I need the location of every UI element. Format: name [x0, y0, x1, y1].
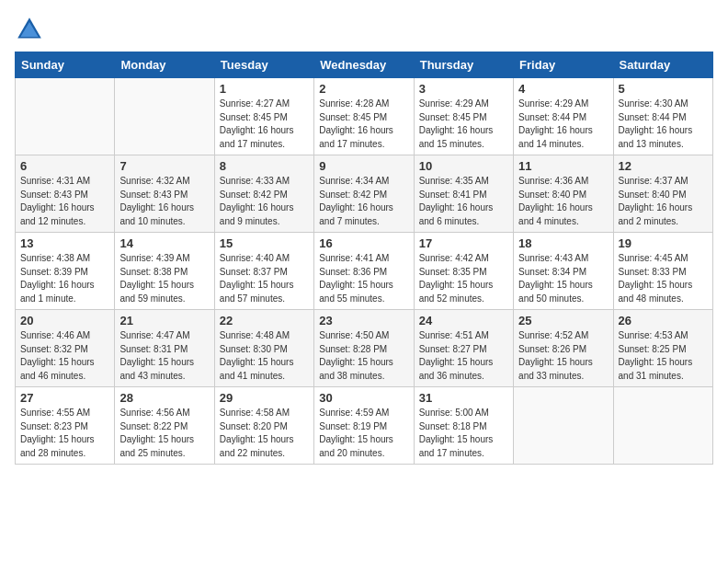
calendar-cell: 6Sunrise: 4:31 AM Sunset: 8:43 PM Daylig… — [16, 155, 115, 233]
day-number: 20 — [20, 314, 109, 327]
day-number: 28 — [119, 391, 209, 405]
calendar-cell: 13Sunrise: 4:38 AM Sunset: 8:39 PM Dayli… — [16, 233, 115, 310]
calendar-cell: 29Sunrise: 4:58 AM Sunset: 8:20 PM Dayli… — [214, 387, 313, 465]
day-number: 30 — [319, 391, 408, 405]
weekday-header: Saturday — [613, 52, 712, 78]
calendar-cell: 12Sunrise: 4:37 AM Sunset: 8:40 PM Dayli… — [613, 155, 712, 233]
day-number: 9 — [319, 159, 408, 173]
day-info: Sunrise: 4:53 AM Sunset: 8:25 PM Dayligh… — [619, 329, 708, 383]
weekday-header: Tuesday — [214, 52, 313, 78]
day-info: Sunrise: 4:32 AM Sunset: 8:43 PM Dayligh… — [119, 175, 209, 228]
day-number: 5 — [619, 82, 708, 96]
day-info: Sunrise: 4:29 AM Sunset: 8:44 PM Dayligh… — [518, 98, 608, 151]
calendar-cell: 31Sunrise: 5:00 AM Sunset: 8:18 PM Dayli… — [414, 387, 513, 465]
day-number: 26 — [619, 314, 708, 327]
calendar-cell: 28Sunrise: 4:56 AM Sunset: 8:22 PM Dayli… — [115, 387, 214, 465]
day-number: 24 — [419, 314, 508, 327]
calendar-week-row: 1Sunrise: 4:27 AM Sunset: 8:45 PM Daylig… — [16, 78, 713, 155]
day-info: Sunrise: 4:35 AM Sunset: 8:41 PM Dayligh… — [419, 175, 508, 228]
day-info: Sunrise: 4:47 AM Sunset: 8:31 PM Dayligh… — [119, 329, 209, 383]
day-number: 21 — [119, 314, 209, 327]
weekday-header: Sunday — [16, 52, 115, 78]
day-number: 19 — [619, 236, 708, 250]
day-number: 14 — [119, 236, 209, 250]
day-info: Sunrise: 4:27 AM Sunset: 8:45 PM Dayligh… — [220, 98, 309, 151]
day-number: 13 — [20, 236, 109, 250]
day-info: Sunrise: 4:40 AM Sunset: 8:37 PM Dayligh… — [220, 252, 309, 305]
calendar-cell: 23Sunrise: 4:50 AM Sunset: 8:28 PM Dayli… — [314, 310, 414, 387]
day-number: 17 — [419, 236, 508, 250]
day-info: Sunrise: 4:55 AM Sunset: 8:23 PM Dayligh… — [20, 407, 109, 460]
day-number: 2 — [319, 82, 408, 96]
day-info: Sunrise: 4:33 AM Sunset: 8:42 PM Dayligh… — [220, 175, 309, 228]
day-number: 29 — [220, 391, 309, 405]
day-info: Sunrise: 4:29 AM Sunset: 8:45 PM Dayligh… — [419, 98, 508, 151]
weekday-header: Wednesday — [314, 52, 414, 78]
calendar-cell: 25Sunrise: 4:52 AM Sunset: 8:26 PM Dayli… — [514, 310, 613, 387]
logo — [15, 15, 48, 44]
day-number: 16 — [319, 236, 408, 250]
calendar-cell: 3Sunrise: 4:29 AM Sunset: 8:45 PM Daylig… — [414, 78, 513, 155]
calendar-week-row: 27Sunrise: 4:55 AM Sunset: 8:23 PM Dayli… — [16, 387, 713, 465]
day-number: 4 — [518, 82, 608, 96]
calendar-cell: 24Sunrise: 4:51 AM Sunset: 8:27 PM Dayli… — [414, 310, 513, 387]
day-info: Sunrise: 4:30 AM Sunset: 8:44 PM Dayligh… — [619, 98, 708, 151]
calendar-cell: 17Sunrise: 4:42 AM Sunset: 8:35 PM Dayli… — [414, 233, 513, 310]
day-info: Sunrise: 4:39 AM Sunset: 8:38 PM Dayligh… — [119, 252, 209, 305]
calendar-cell: 4Sunrise: 4:29 AM Sunset: 8:44 PM Daylig… — [514, 78, 613, 155]
calendar-cell: 9Sunrise: 4:34 AM Sunset: 8:42 PM Daylig… — [314, 155, 414, 233]
calendar-week-row: 13Sunrise: 4:38 AM Sunset: 8:39 PM Dayli… — [16, 233, 713, 310]
calendar-cell: 14Sunrise: 4:39 AM Sunset: 8:38 PM Dayli… — [115, 233, 214, 310]
day-info: Sunrise: 4:46 AM Sunset: 8:32 PM Dayligh… — [20, 329, 109, 383]
calendar-cell: 10Sunrise: 4:35 AM Sunset: 8:41 PM Dayli… — [414, 155, 513, 233]
page-header — [15, 15, 713, 44]
day-info: Sunrise: 4:37 AM Sunset: 8:40 PM Dayligh… — [619, 175, 708, 228]
day-info: Sunrise: 4:50 AM Sunset: 8:28 PM Dayligh… — [319, 329, 408, 383]
calendar-cell: 30Sunrise: 4:59 AM Sunset: 8:19 PM Dayli… — [314, 387, 414, 465]
day-number: 23 — [319, 314, 408, 327]
calendar-cell — [115, 78, 214, 155]
day-number: 25 — [518, 314, 608, 327]
calendar-cell: 1Sunrise: 4:27 AM Sunset: 8:45 PM Daylig… — [214, 78, 313, 155]
day-info: Sunrise: 4:31 AM Sunset: 8:43 PM Dayligh… — [20, 175, 109, 228]
calendar-cell: 19Sunrise: 4:45 AM Sunset: 8:33 PM Dayli… — [613, 233, 712, 310]
day-info: Sunrise: 4:59 AM Sunset: 8:19 PM Dayligh… — [319, 407, 408, 460]
day-number: 31 — [419, 391, 508, 405]
day-number: 3 — [419, 82, 508, 96]
calendar-cell: 8Sunrise: 4:33 AM Sunset: 8:42 PM Daylig… — [214, 155, 313, 233]
day-number: 12 — [619, 159, 708, 173]
day-number: 10 — [419, 159, 508, 173]
calendar-cell: 21Sunrise: 4:47 AM Sunset: 8:31 PM Dayli… — [115, 310, 214, 387]
day-info: Sunrise: 4:34 AM Sunset: 8:42 PM Dayligh… — [319, 175, 408, 228]
calendar-week-row: 20Sunrise: 4:46 AM Sunset: 8:32 PM Dayli… — [16, 310, 713, 387]
calendar-table: SundayMondayTuesdayWednesdayThursdayFrid… — [15, 52, 713, 465]
day-number: 7 — [119, 159, 209, 173]
calendar-cell — [514, 387, 613, 465]
weekday-header: Monday — [115, 52, 214, 78]
day-info: Sunrise: 4:56 AM Sunset: 8:22 PM Dayligh… — [119, 407, 209, 460]
weekday-header-row: SundayMondayTuesdayWednesdayThursdayFrid… — [16, 52, 713, 78]
day-info: Sunrise: 4:52 AM Sunset: 8:26 PM Dayligh… — [518, 329, 608, 383]
day-info: Sunrise: 4:45 AM Sunset: 8:33 PM Dayligh… — [619, 252, 708, 305]
day-info: Sunrise: 4:42 AM Sunset: 8:35 PM Dayligh… — [419, 252, 508, 305]
day-number: 27 — [20, 391, 109, 405]
calendar-cell: 15Sunrise: 4:40 AM Sunset: 8:37 PM Dayli… — [214, 233, 313, 310]
calendar-cell: 20Sunrise: 4:46 AM Sunset: 8:32 PM Dayli… — [16, 310, 115, 387]
day-number: 15 — [220, 236, 309, 250]
calendar-cell: 2Sunrise: 4:28 AM Sunset: 8:45 PM Daylig… — [314, 78, 414, 155]
calendar-week-row: 6Sunrise: 4:31 AM Sunset: 8:43 PM Daylig… — [16, 155, 713, 233]
day-info: Sunrise: 4:43 AM Sunset: 8:34 PM Dayligh… — [518, 252, 608, 305]
day-number: 22 — [220, 314, 309, 327]
calendar-cell — [16, 78, 115, 155]
day-number: 6 — [20, 159, 109, 173]
calendar-cell: 11Sunrise: 4:36 AM Sunset: 8:40 PM Dayli… — [514, 155, 613, 233]
calendar-cell: 22Sunrise: 4:48 AM Sunset: 8:30 PM Dayli… — [214, 310, 313, 387]
calendar-cell: 18Sunrise: 4:43 AM Sunset: 8:34 PM Dayli… — [514, 233, 613, 310]
day-info: Sunrise: 5:00 AM Sunset: 8:18 PM Dayligh… — [419, 407, 508, 460]
day-info: Sunrise: 4:28 AM Sunset: 8:45 PM Dayligh… — [319, 98, 408, 151]
day-number: 11 — [518, 159, 608, 173]
day-info: Sunrise: 4:48 AM Sunset: 8:30 PM Dayligh… — [220, 329, 309, 383]
day-info: Sunrise: 4:51 AM Sunset: 8:27 PM Dayligh… — [419, 329, 508, 383]
day-number: 1 — [220, 82, 309, 96]
calendar-cell — [613, 387, 712, 465]
